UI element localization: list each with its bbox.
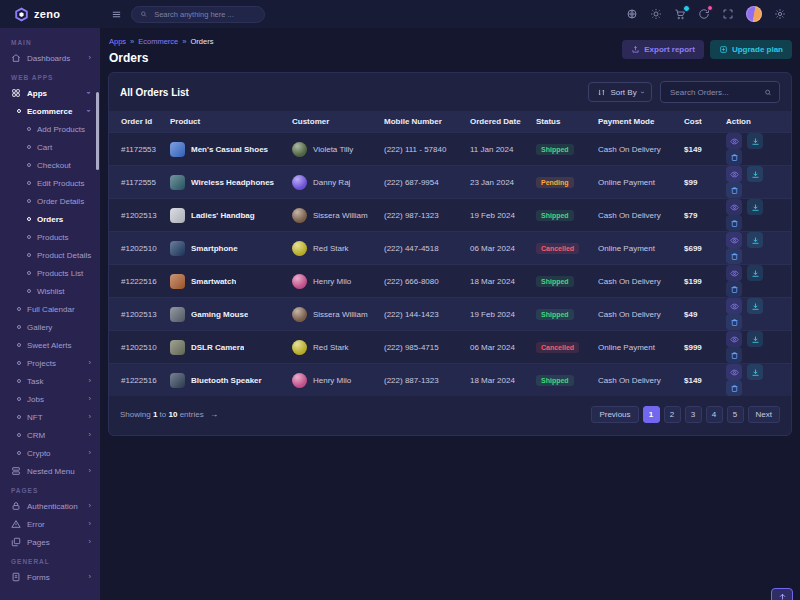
product-name: Gaming Mouse	[191, 310, 248, 319]
sidebar-item-nested-menu[interactable]: Nested Menu›	[0, 462, 100, 480]
sidebar-item-nft[interactable]: NFT›	[0, 408, 100, 426]
sidebar-item-wishlist[interactable]: Wishlist	[0, 282, 100, 300]
view-order-button[interactable]	[726, 199, 742, 215]
cart-icon[interactable]	[674, 8, 686, 20]
brand-logo[interactable]: zeno	[0, 0, 100, 28]
pagination-page-1[interactable]: 1	[643, 406, 660, 423]
download-order-button[interactable]	[747, 133, 763, 149]
sidebar-item-product-details[interactable]: Product Details	[0, 246, 100, 264]
pagination-page-4[interactable]: 4	[706, 406, 723, 423]
sidebar-item-products-list[interactable]: Products List	[0, 264, 100, 282]
download-order-button[interactable]	[747, 232, 763, 248]
sidebar-item-checkout[interactable]: Checkout	[0, 156, 100, 174]
table-row[interactable]: #1222516 Smartwatch Henry Milo (222) 666…	[109, 265, 791, 298]
download-order-button[interactable]	[747, 331, 763, 347]
sidebar-item-jobs[interactable]: Jobs›	[0, 390, 100, 408]
language-icon[interactable]	[626, 8, 638, 20]
delete-order-button[interactable]	[726, 149, 742, 165]
delete-order-button[interactable]	[726, 248, 742, 264]
status-cell: Cancelled	[531, 232, 593, 265]
home-icon	[11, 53, 21, 63]
scroll-to-top-button[interactable]	[771, 588, 793, 600]
view-order-button[interactable]	[726, 364, 742, 380]
view-order-button[interactable]	[726, 232, 742, 248]
table-row[interactable]: #1172553 Men's Casual Shoes Violeta Till…	[109, 133, 791, 166]
cost-cell: $49	[679, 298, 721, 331]
sidebar-item-crypto[interactable]: Crypto›	[0, 444, 100, 462]
pagination-previous-button[interactable]: Previous	[591, 406, 638, 423]
view-order-button[interactable]	[726, 298, 742, 314]
breadcrumb-ecommerce[interactable]: Ecommerce	[138, 37, 178, 46]
pagination-next-button[interactable]: Next	[748, 406, 780, 423]
sidebar-item-order-details[interactable]: Order Details	[0, 192, 100, 210]
sidebar-item-projects[interactable]: Projects›	[0, 354, 100, 372]
sidebar-item-dashboards[interactable]: Dashboards›	[0, 49, 100, 67]
sidebar-item-forms[interactable]: Forms›	[0, 568, 100, 586]
table-row[interactable]: #1202513 Ladies' Handbag Sissera William…	[109, 199, 791, 232]
view-order-button[interactable]	[726, 265, 742, 281]
sidebar-item-ecommerce[interactable]: Ecommerce›	[0, 102, 100, 120]
sidebar-item-task[interactable]: Task›	[0, 372, 100, 390]
order-id-cell: #1202513	[109, 199, 165, 232]
sidebar-item-edit-products[interactable]: Edit Products	[0, 174, 100, 192]
sidebar-item-crm[interactable]: CRM›	[0, 426, 100, 444]
sidebar-item-sweet-alerts[interactable]: Sweet Alerts	[0, 336, 100, 354]
col-date: Ordered Date	[465, 111, 531, 133]
global-search[interactable]	[131, 6, 265, 23]
delete-order-button[interactable]	[726, 215, 742, 231]
delete-order-button[interactable]	[726, 182, 742, 198]
theme-toggle-icon[interactable]	[650, 8, 662, 20]
upgrade-plan-button[interactable]: Upgrade plan	[710, 40, 792, 59]
sidebar-item-add-products[interactable]: Add Products	[0, 120, 100, 138]
sidebar-item-cart[interactable]: Cart	[0, 138, 100, 156]
refresh-icon[interactable]	[698, 8, 710, 20]
download-order-button[interactable]	[747, 298, 763, 314]
chevron-right-icon: ›	[89, 377, 92, 385]
customer-cell: Danny Raj	[287, 166, 379, 199]
pagination-page-2[interactable]: 2	[664, 406, 681, 423]
delete-order-button[interactable]	[726, 380, 742, 396]
table-row[interactable]: #1202510 Smartphone Red Stark (222) 447-…	[109, 232, 791, 265]
customer-name: Danny Raj	[313, 178, 350, 187]
download-order-button[interactable]	[747, 166, 763, 182]
table-row[interactable]: #1202510 DSLR Camera Red Stark (222) 985…	[109, 331, 791, 364]
sidebar-item-label: Full Calendar	[27, 305, 75, 314]
settings-gear-icon[interactable]	[774, 8, 786, 20]
delete-order-button[interactable]	[726, 314, 742, 330]
pagination-page-3[interactable]: 3	[685, 406, 702, 423]
sidebar-item-apps[interactable]: Apps›	[0, 84, 100, 102]
download-order-button[interactable]	[747, 265, 763, 281]
export-report-button[interactable]: Export report	[622, 40, 704, 59]
delete-order-button[interactable]	[726, 347, 742, 363]
sidebar-item-authentication[interactable]: Authentication›	[0, 497, 100, 515]
table-row[interactable]: #1202513 Gaming Mouse Sissera William (2…	[109, 298, 791, 331]
breadcrumb-apps[interactable]: Apps	[109, 37, 126, 46]
sidebar-item-full-calendar[interactable]: Full Calendar	[0, 300, 100, 318]
orders-search-input[interactable]	[668, 87, 760, 98]
sidebar-item-pages[interactable]: Pages›	[0, 533, 100, 551]
fullscreen-icon[interactable]	[722, 8, 734, 20]
user-avatar[interactable]	[746, 6, 762, 22]
trash-icon	[730, 153, 739, 162]
sidebar-item-gallery[interactable]: Gallery	[0, 318, 100, 336]
orders-search[interactable]	[660, 81, 780, 103]
view-order-button[interactable]	[726, 133, 742, 149]
bullet-icon	[17, 325, 21, 329]
sidebar-scrollbar[interactable]	[96, 92, 99, 170]
sidebar-item-orders[interactable]: Orders	[0, 210, 100, 228]
sidebar-item-error[interactable]: Error›	[0, 515, 100, 533]
sort-by-button[interactable]: Sort By ›	[588, 82, 652, 102]
product-thumbnail	[170, 340, 185, 355]
view-order-button[interactable]	[726, 331, 742, 347]
download-order-button[interactable]	[747, 364, 763, 380]
download-order-button[interactable]	[747, 199, 763, 215]
pagination-page-5[interactable]: 5	[727, 406, 744, 423]
sidebar-item-products[interactable]: Products	[0, 228, 100, 246]
hamburger-menu-icon[interactable]	[111, 9, 122, 20]
global-search-input[interactable]	[152, 9, 256, 20]
table-row[interactable]: #1222516 Bluetooth Speaker Henry Milo (2…	[109, 364, 791, 397]
trash-icon	[730, 252, 739, 261]
table-row[interactable]: #1172555 Wireless Headphones Danny Raj (…	[109, 166, 791, 199]
delete-order-button[interactable]	[726, 281, 742, 297]
view-order-button[interactable]	[726, 166, 742, 182]
